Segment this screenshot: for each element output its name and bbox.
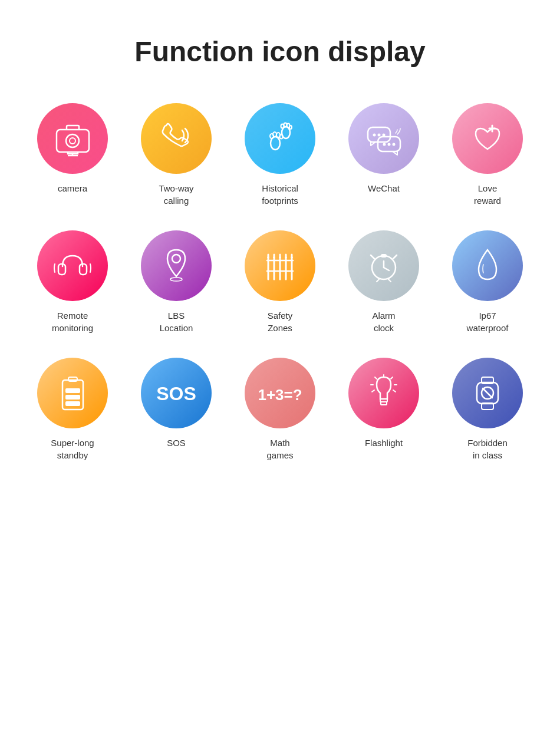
icon-circle-two-way-calling (141, 103, 212, 174)
svg-rect-0 (57, 130, 89, 152)
icon-circle-wechat (348, 103, 419, 174)
icon-item-historical-footprints: Historicalfootprints (234, 103, 326, 207)
svg-point-17 (377, 133, 380, 136)
svg-point-27 (172, 255, 180, 263)
icon-circle-historical-footprints (245, 103, 315, 174)
icon-label-love-reward: Lovereward (474, 182, 501, 207)
icon-circle-love-reward (452, 103, 523, 174)
svg-line-64 (393, 390, 396, 392)
svg-line-59 (375, 377, 377, 379)
icon-label-camera: camera (58, 182, 87, 194)
icon-label-alarm-clock: Alarmclock (372, 309, 395, 334)
icon-item-super-long-standby: Super-longstandby (27, 358, 118, 461)
svg-line-44 (371, 255, 374, 259)
svg-point-20 (383, 143, 386, 146)
icon-label-forbidden-in-class: Forbiddenin class (467, 437, 508, 461)
icon-circle-lbs-location (141, 230, 212, 301)
icon-circle-camera (37, 103, 108, 174)
svg-point-16 (373, 133, 375, 136)
icon-item-safety-zones: SafetyZones (234, 230, 326, 334)
icon-label-flashlight: Flashlight (365, 437, 403, 449)
icon-label-math-games: Mathgames (266, 437, 293, 461)
icon-item-alarm-clock: Alarmclock (338, 230, 430, 334)
icon-label-two-way-calling: Two-waycalling (159, 182, 193, 207)
svg-point-1 (66, 134, 79, 147)
icon-label-ip67-waterproof: Ip67waterproof (467, 309, 509, 334)
icon-item-forbidden-in-class: Forbiddenin class (442, 358, 533, 461)
svg-point-21 (387, 143, 390, 146)
svg-line-45 (393, 255, 397, 259)
svg-point-14 (289, 126, 292, 129)
icon-label-remote-monitoring: Remotemonitoring (52, 309, 93, 334)
svg-rect-51 (65, 401, 80, 406)
svg-rect-57 (381, 402, 387, 405)
icon-circle-math-games: 1+3=? (245, 358, 315, 428)
icon-circle-alarm-clock (348, 230, 419, 301)
icon-item-sos: SOS SOS (130, 358, 222, 461)
svg-point-2 (70, 138, 75, 144)
icon-label-wechat: WeChat (368, 182, 400, 194)
icon-label-sos: SOS (167, 437, 186, 449)
icon-circle-flashlight (348, 358, 419, 428)
icon-circle-forbidden-in-class (452, 358, 523, 428)
icon-item-two-way-calling: Two-waycalling (130, 103, 222, 207)
icon-grid: camera Two-waycalling (27, 103, 533, 461)
icon-item-lbs-location: LBSLocation (130, 230, 222, 334)
icon-circle-remote-monitoring (37, 230, 108, 301)
svg-line-69 (483, 388, 492, 398)
icon-circle-super-long-standby (37, 358, 108, 428)
svg-line-60 (391, 377, 393, 379)
icon-item-math-games: 1+3=? Mathgames (234, 358, 326, 461)
icon-item-flashlight: Flashlight (338, 358, 430, 461)
svg-rect-52 (65, 395, 80, 400)
icon-circle-safety-zones (245, 230, 315, 301)
svg-line-63 (372, 390, 374, 392)
svg-line-48 (388, 279, 391, 282)
icon-item-ip67-waterproof: Ip67waterproof (442, 230, 533, 334)
icon-item-love-reward: Lovereward (442, 103, 533, 207)
icon-item-wechat: WeChat (338, 103, 430, 207)
svg-line-43 (384, 268, 389, 270)
svg-line-47 (377, 279, 379, 282)
icon-label-lbs-location: LBSLocation (160, 309, 193, 334)
icon-label-historical-footprints: Historicalfootprints (262, 182, 298, 207)
icon-label-safety-zones: SafetyZones (268, 309, 293, 334)
svg-text:1+3=?: 1+3=? (258, 386, 302, 404)
svg-text:SOS: SOS (156, 383, 196, 404)
icon-item-camera: camera (27, 103, 118, 207)
page-title: Function icon display (134, 35, 425, 68)
icon-item-remote-monitoring: Remotemonitoring (27, 230, 118, 334)
icon-label-super-long-standby: Super-longstandby (51, 437, 94, 461)
svg-point-22 (392, 143, 395, 146)
svg-rect-53 (65, 388, 80, 393)
icon-circle-sos: SOS (141, 358, 212, 428)
icon-circle-ip67-waterproof (452, 230, 523, 301)
svg-point-28 (170, 278, 182, 281)
